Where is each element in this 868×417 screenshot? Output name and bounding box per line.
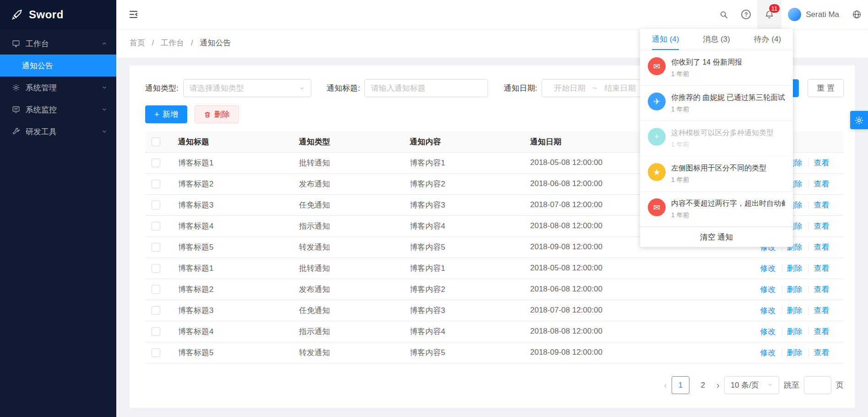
user-menu[interactable]: Serati Ma — [781, 0, 846, 29]
logo-text: Sword — [29, 8, 64, 21]
notification-item[interactable]: ✉ 内容不要超过两行字，超出时自动截断 1 年前 — [640, 192, 793, 227]
pagination: ‹ 1 2 › 10 条/页 跳至 页 — [145, 376, 844, 394]
view-link[interactable]: 查看 — [808, 327, 829, 336]
row-checkbox[interactable] — [152, 222, 160, 230]
view-link[interactable]: 查看 — [808, 159, 829, 167]
view-link[interactable]: 查看 — [808, 243, 829, 252]
clear-notifications-button[interactable]: 清空 通知 — [640, 227, 793, 247]
jump-suffix: 页 — [836, 380, 844, 390]
row-checkbox[interactable] — [152, 285, 160, 294]
cell-title: 博客标题5 — [174, 236, 295, 258]
select-all-checkbox[interactable] — [152, 137, 160, 146]
edit-link[interactable]: 修改 — [760, 264, 776, 273]
delete-link[interactable]: 删除 — [782, 348, 803, 357]
edit-link[interactable]: 修改 — [760, 306, 776, 315]
notification-time: 1 年前 — [671, 141, 774, 149]
filter-date-label: 通知日期: — [504, 83, 537, 93]
gear-icon — [12, 83, 20, 92]
help-icon[interactable]: ? — [735, 0, 757, 29]
cell-title: 博客标题2 — [174, 279, 295, 300]
tab-todos[interactable]: 待办 (4) — [742, 29, 793, 50]
notification-item[interactable]: ✉ 你收到了 14 份新周报 1 年前 — [640, 50, 793, 86]
cell-title: 博客标题1 — [174, 152, 295, 173]
edit-link[interactable]: 修改 — [760, 327, 776, 336]
topbar-actions: ? 11 Serati Ma — [713, 0, 868, 29]
sidebar-item-system-mgmt[interactable]: 系统管理 — [0, 77, 116, 99]
row-checkbox[interactable] — [152, 306, 160, 315]
jump-input[interactable] — [804, 376, 831, 394]
view-link[interactable]: 查看 — [808, 306, 829, 315]
cell-content: 博客内容3 — [406, 300, 526, 321]
jump-label: 跳至 — [784, 380, 799, 390]
trash-icon — [204, 111, 211, 118]
delete-button[interactable]: 删除 — [195, 105, 239, 123]
search-icon[interactable] — [713, 0, 735, 29]
breadcrumb-item: 首页 / — [130, 38, 161, 47]
view-link[interactable]: 查看 — [808, 180, 829, 188]
tab-messages[interactable]: 消息 (3) — [691, 29, 742, 50]
view-link[interactable]: 查看 — [808, 264, 829, 273]
add-button[interactable]: + 新增 — [145, 105, 187, 123]
notice-title-input[interactable] — [364, 79, 488, 97]
delete-link[interactable]: 删除 — [782, 327, 803, 336]
prev-page-button[interactable]: ‹ — [664, 380, 667, 390]
page-2-button[interactable]: 2 — [694, 376, 712, 394]
sidebar-item-notice[interactable]: 通知公告 — [0, 55, 116, 77]
cell-content: 博客内容4 — [406, 321, 526, 342]
edit-link[interactable]: 修改 — [760, 348, 776, 357]
sidebar-item-label: 工作台 — [26, 38, 49, 49]
sidebar-item-workbench[interactable]: 工作台 — [0, 33, 116, 55]
sidebar-item-system-monitor[interactable]: 系统监控 — [0, 99, 116, 121]
breadcrumb-link[interactable]: 工作台 — [161, 38, 184, 47]
chevron-down-icon — [767, 382, 773, 388]
cell-type: 批转通知 — [295, 258, 406, 279]
view-link[interactable]: 查看 — [808, 222, 829, 230]
tab-notifications[interactable]: 通知 (4) — [640, 29, 691, 50]
row-checkbox[interactable] — [152, 348, 160, 357]
row-checkbox[interactable] — [152, 243, 160, 252]
view-link[interactable]: 查看 — [808, 348, 829, 357]
row-checkbox[interactable] — [152, 264, 160, 273]
language-globe-icon[interactable] — [846, 0, 868, 29]
notification-item[interactable]: ✈ 你推荐的 曲妮妮 已通过第三轮面试 1 年前 — [640, 86, 793, 121]
notification-item[interactable]: + 这种模板可以区分多种通知类型 1 年前 — [640, 121, 793, 156]
notice-type-select[interactable]: 请选择通知类型 — [183, 79, 311, 97]
page-1-button[interactable]: 1 — [672, 376, 689, 394]
tool-icon — [12, 127, 20, 136]
row-checkbox[interactable] — [152, 159, 160, 167]
notification-body: 你收到了 14 份新周报 1 年前 — [671, 57, 742, 78]
notification-title: 这种模板可以区分多种通知类型 — [671, 128, 774, 137]
notification-item[interactable]: ★ 左侧图标用于区分不同的类型 1 年前 — [640, 156, 793, 192]
notification-time: 1 年前 — [671, 70, 742, 78]
next-page-button[interactable]: › — [716, 380, 720, 390]
view-link[interactable]: 查看 — [808, 201, 829, 209]
row-checkbox[interactable] — [152, 201, 160, 209]
settings-fab[interactable] — [850, 111, 868, 129]
reset-button[interactable]: 重 置 — [808, 79, 844, 97]
notification-body: 内容不要超过两行字，超出时自动截断 1 年前 — [671, 198, 785, 219]
breadcrumb-link[interactable]: 通知公告 — [200, 38, 231, 47]
cell-title: 博客标题3 — [174, 194, 295, 215]
delete-link[interactable]: 删除 — [782, 306, 803, 315]
breadcrumb-item: 工作台 / — [161, 38, 200, 47]
breadcrumb-link[interactable]: 首页 — [130, 38, 145, 47]
view-link[interactable]: 查看 — [808, 285, 829, 294]
notification-icon: + — [648, 128, 666, 146]
menu-fold-icon[interactable] — [128, 9, 139, 20]
notification-title: 左侧图标用于区分不同的类型 — [671, 163, 766, 173]
notification-time: 1 年前 — [671, 105, 785, 114]
logo[interactable]: Sword — [0, 0, 116, 29]
notification-bell[interactable]: 11 — [757, 0, 781, 29]
delete-link[interactable]: 删除 — [782, 285, 803, 294]
sidebar-item-dev-tools[interactable]: 研发工具 — [0, 121, 116, 143]
edit-link[interactable]: 修改 — [760, 285, 776, 294]
row-checkbox[interactable] — [152, 327, 160, 336]
row-checkbox[interactable] — [152, 180, 160, 188]
notification-title: 你收到了 14 份新周报 — [671, 57, 742, 67]
notification-title: 你推荐的 曲妮妮 已通过第三轮面试 — [671, 93, 785, 102]
notification-title: 内容不要超过两行字，超出时自动截断 — [671, 198, 785, 208]
delete-link[interactable]: 删除 — [782, 264, 803, 273]
page-size-select[interactable]: 10 条/页 — [724, 376, 779, 394]
header-title: 通知标题 — [174, 132, 295, 152]
breadcrumb-separator: / — [152, 38, 154, 47]
